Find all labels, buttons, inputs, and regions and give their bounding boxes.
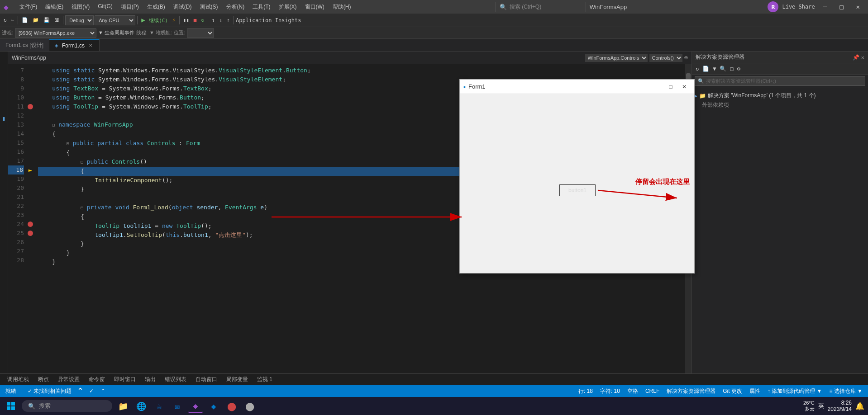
taskbar-explorer[interactable]: 📁 [116,399,130,413]
class-dropdown[interactable]: WinFormsApp.Controls [585,54,648,62]
sidebar-collapse-btn[interactable]: □ [729,65,734,73]
status-solution-manager[interactable]: 解决方案资源管理器 [665,387,717,395]
debug-mode-dropdown[interactable]: Debug [65,15,94,25]
restart-btn[interactable]: ↻ [199,16,206,24]
user-avatar[interactable]: R [768,1,778,12]
status-expand-btn[interactable]: ⌃ [77,386,84,396]
menu-window[interactable]: 窗口(W) [301,1,328,13]
tab-command[interactable]: 命令窗 [85,375,109,384]
taskbar-store[interactable]: ☕ [152,399,167,413]
status-properties[interactable]: 属性 [748,387,762,395]
taskbar-notification-btn[interactable]: 🔔 [855,402,864,410]
menu-tools[interactable]: 工具(T) [249,1,274,13]
taskbar-app2[interactable]: ⬤ [243,399,257,413]
expand-editor-btn[interactable]: ⊕ [684,54,688,62]
step-into-btn[interactable]: ⇓ [218,16,224,24]
maximize-button[interactable]: □ [835,1,848,12]
tab-autowindow[interactable]: 自动窗口 [192,375,221,384]
open-btn[interactable]: 📁 [31,16,41,24]
button1[interactable]: button1 [559,184,596,196]
menu-analyze[interactable]: 分析(N) [223,1,248,13]
status-col[interactable]: 字符: 10 [598,387,622,395]
form1-minimize-btn[interactable]: ─ [651,81,663,92]
status-spaces[interactable]: 空格 [625,387,640,395]
status-encoding[interactable]: CRLF [644,388,661,394]
tab-close-btn[interactable]: ✕ [87,42,94,48]
tab-locals[interactable]: 局部变量 [223,375,252,384]
start-button[interactable] [4,399,18,413]
stop-btn[interactable]: ■ [192,16,199,24]
sidebar-settings-btn[interactable]: ⚙ [736,65,741,73]
taskbar-mail[interactable]: ✉ [170,399,185,413]
tab-callstack[interactable]: 调用堆栈 [4,375,33,384]
hot-reload-btn[interactable]: ⚡ [171,16,177,24]
new-file-btn[interactable]: 📄 [20,16,30,24]
tab-watch1[interactable]: 监视 1 [253,375,276,384]
status-row[interactable]: 行: 18 [577,387,595,395]
sidebar-filter-btn[interactable]: ▼ [712,65,717,73]
sidebar-search-btn2[interactable]: 🔍 [719,65,727,73]
tab-breakpoints[interactable]: 断点 [34,375,52,384]
taskbar-app1[interactable]: ⬤ [224,399,239,413]
sidebar-search-field[interactable]: 🔍 搜索解决方案资源管理器(Ctrl+;) [695,76,865,86]
taskbar-clock[interactable]: 8:26 2023/9/14 [828,400,852,412]
taskbar-lang[interactable]: 英 [818,402,824,410]
live-share[interactable]: Live Share [782,4,815,10]
step-over-btn[interactable]: ↴ [210,16,217,24]
minimize-button[interactable]: ─ [819,1,831,12]
form1-close-btn[interactable]: ✕ [678,81,691,92]
status-no-issues[interactable]: ✓ 未找到相关问题 [26,387,73,395]
external-deps[interactable]: 外部依赖项 [702,100,865,110]
status-git-changes[interactable]: Git 更改 [721,387,744,395]
pause-btn[interactable]: ▮▮ [181,16,191,24]
solution-root[interactable]: ▸ 📁 解决方案 'WinFormsApp' (1 个项目，共 1 个) [695,91,865,100]
menu-build[interactable]: 生成(B) [143,1,169,13]
status-checkmark[interactable]: ✓ [87,388,95,394]
tab-exceptions[interactable]: 异常设置 [54,375,83,384]
taskbar-vscode[interactable]: ◆ [206,399,221,413]
cpu-dropdown[interactable]: Any CPU [95,15,135,25]
menu-view[interactable]: 视图(V) [68,1,93,13]
taskbar-search[interactable]: 🔍 搜索 [22,400,112,412]
menu-edit[interactable]: 编辑(E) [42,1,67,13]
status-ready[interactable]: 就绪 [4,387,18,395]
solution-label: 解决方案 'WinFormsApp' (1 个项目，共 1 个) [708,92,816,99]
save-btn[interactable]: 💾 [42,16,52,24]
menu-test[interactable]: 测试(S) [196,1,222,13]
sidebar-pin-btn[interactable]: 📌 [853,54,859,61]
breakpoint-24 [28,222,33,227]
weather-widget[interactable]: 26°C 多云 [803,400,815,412]
tab-immediate[interactable]: 即时窗口 [110,375,139,384]
sidebar-close-btn[interactable]: ✕ [861,54,864,61]
tab-form1-design[interactable]: Form1.cs [设计] [0,39,49,51]
undo-button[interactable]: ↻ [2,16,9,24]
tab-form1-cs[interactable]: ◈ Form1.cs ✕ [49,39,100,51]
redo-button[interactable]: ↼ [10,16,16,24]
weather-desc: 多云 [803,406,815,412]
save-all-btn[interactable]: 🖫 [52,16,61,24]
play-button[interactable]: ▶ 继续(C) [139,15,170,25]
method-dropdown[interactable]: Controls() [649,54,682,62]
step-out-btn[interactable]: ⇑ [225,16,232,24]
search-box[interactable]: 🔍 搜索 (Ctrl+Q) [496,2,586,12]
process-dropdown[interactable]: [9936] WinFormsApp.exe [15,28,96,38]
taskbar-vs[interactable]: ◆ [188,399,203,413]
menu-file[interactable]: 文件(F) [16,1,41,13]
sidebar-properties-btn[interactable]: 📄 [701,65,710,73]
breadcrumb-text: WinFormsApp [12,55,46,61]
menu-extensions[interactable]: 扩展(X) [275,1,300,13]
menu-project[interactable]: 项目(P) [117,1,143,13]
status-expand2[interactable]: ⌃ [99,388,107,394]
location-dropdown[interactable] [187,28,214,38]
tab-errorlist[interactable]: 错误列表 [161,375,190,384]
menu-help[interactable]: 帮助(H) [329,1,355,13]
menu-debug[interactable]: 调试(D) [170,1,196,13]
sidebar-sync-btn[interactable]: ↻ [695,65,700,73]
close-button[interactable]: ✕ [852,1,864,12]
taskbar-edge[interactable]: 🌐 [134,399,148,413]
status-add-source[interactable]: ↑ 添加到源代码管理 ▼ [766,387,824,395]
menu-git[interactable]: Git(G) [94,1,116,13]
tab-output[interactable]: 输出 [141,375,159,384]
form1-maximize-btn[interactable]: □ [664,81,677,92]
status-select-repo[interactable]: ≡ 选择仓库 ▼ [827,387,864,395]
